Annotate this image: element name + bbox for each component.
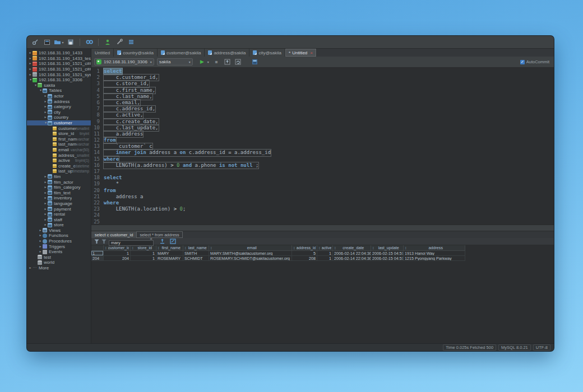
- tree-item[interactable]: active tinyint(1): [27, 158, 91, 164]
- tree-item[interactable]: Procedures: [27, 239, 91, 244]
- tree-item[interactable]: rental: [27, 212, 91, 217]
- grid-cell[interactable]: 2006-02-15 04:57:20: [371, 251, 404, 256]
- sort-icon[interactable]: ↕: [318, 246, 321, 250]
- tree-item[interactable]: actor: [27, 94, 91, 99]
- tree-item[interactable]: test: [27, 255, 91, 260]
- expand-arrow-icon[interactable]: [43, 180, 48, 185]
- grid-cell[interactable]: SMITH: [183, 251, 209, 256]
- tree-item[interactable]: email varchar(50): [27, 147, 91, 153]
- expand-arrow-icon[interactable]: [43, 222, 48, 227]
- grid-cell[interactable]: 1: [317, 251, 333, 256]
- editor-tab[interactable]: country@sakila: [114, 49, 158, 57]
- grid-cell[interactable]: 204: [104, 256, 131, 261]
- editor-tab[interactable]: * Untitled ×: [285, 49, 317, 57]
- edit-value-icon[interactable]: [170, 239, 176, 244]
- expand-arrow-icon[interactable]: [38, 228, 43, 233]
- tree-item[interactable]: store: [27, 222, 91, 228]
- tree-item[interactable]: first_name varchar: [27, 137, 91, 142]
- tree-item[interactable]: sakila: [27, 83, 91, 88]
- tree-item[interactable]: 192.168.31.190_3306: [27, 77, 91, 83]
- sort-icon[interactable]: ↕: [334, 246, 336, 250]
- grid-cell[interactable]: 2006-02-14 22:04:36: [333, 256, 371, 261]
- expand-arrow-icon[interactable]: [43, 217, 48, 222]
- expand-arrow-icon[interactable]: [28, 72, 33, 77]
- tree-item[interactable]: Events: [27, 249, 91, 255]
- expand-arrow-icon[interactable]: [28, 56, 33, 61]
- tree-item[interactable]: payment: [27, 206, 91, 212]
- grid-column-header[interactable]: ↕ first_name: [156, 245, 183, 251]
- user-manager-icon[interactable]: [103, 38, 113, 47]
- tree-item[interactable]: last_update timestamp: [27, 169, 91, 174]
- sort-icon[interactable]: ↕: [293, 246, 295, 250]
- expand-arrow-icon[interactable]: [43, 207, 48, 212]
- editor-tab[interactable]: Untitled: [91, 49, 114, 57]
- open-file-icon[interactable]: ▾: [54, 38, 64, 47]
- tree-item[interactable]: address: [27, 99, 91, 104]
- tree-item[interactable]: last_name varchar: [27, 142, 91, 147]
- grid-cell[interactable]: 1: [104, 251, 131, 256]
- grid-column-header[interactable]: ↕ address_id: [292, 245, 317, 251]
- tree-item[interactable]: city: [27, 110, 91, 115]
- properties-icon[interactable]: [126, 38, 136, 47]
- grid-column-header[interactable]: ↕ last_update: [371, 245, 404, 251]
- execute-query-button[interactable]: ▶: [200, 59, 204, 64]
- tree-item[interactable]: 192.168.31.190_1433: [27, 50, 91, 56]
- expand-arrow-icon[interactable]: [38, 239, 43, 244]
- expand-arrow-icon[interactable]: [43, 104, 48, 109]
- save-icon[interactable]: [66, 38, 76, 47]
- grid-column-header[interactable]: ↕ email: [209, 245, 292, 251]
- database-select[interactable]: sakila ▾: [157, 58, 193, 66]
- expand-arrow-icon[interactable]: [43, 212, 48, 217]
- tree-item[interactable]: Views: [27, 228, 91, 234]
- grid-cell[interactable]: ROSEMARY.SCHMIDT@sakilacustomer.org: [209, 256, 292, 261]
- tree-item[interactable]: language: [27, 201, 91, 207]
- grid-cell[interactable]: 208: [292, 256, 317, 261]
- grid-column-header[interactable]: ↕ address: [404, 245, 465, 251]
- search-icon[interactable]: [84, 38, 94, 47]
- row-header-cell[interactable]: 204: [91, 256, 104, 261]
- tree-item[interactable]: 192.168.31.190_1521_c##test1: [27, 61, 91, 67]
- export-results-icon[interactable]: [159, 239, 165, 244]
- checkbox-checked-icon[interactable]: ✓: [520, 60, 525, 64]
- editor-tab[interactable]: customer@sakila: [158, 49, 205, 57]
- expand-arrow-icon[interactable]: [43, 94, 48, 99]
- grid-cell[interactable]: 1: [317, 256, 333, 261]
- grid-cell[interactable]: 5: [292, 251, 317, 256]
- open-dropdown-caret-icon[interactable]: ▾: [62, 40, 63, 44]
- sort-icon[interactable]: ↕: [132, 246, 134, 250]
- expand-arrow-icon[interactable]: [38, 233, 43, 238]
- expand-arrow-icon[interactable]: [33, 83, 38, 87]
- expand-arrow-icon[interactable]: [38, 88, 43, 93]
- filter-funnel-icon[interactable]: [94, 239, 99, 244]
- grid-cell[interactable]: SCHMIDT: [183, 256, 209, 261]
- sort-icon[interactable]: ↕: [158, 246, 160, 250]
- sort-icon[interactable]: ↕: [405, 246, 407, 250]
- sql-editor[interactable]: 1 select 2 c.customer_id, 3 c.store_id, …: [91, 68, 554, 225]
- row-header-cell[interactable]: 1: [91, 251, 104, 256]
- expand-arrow-icon[interactable]: [28, 50, 33, 55]
- tree-item[interactable]: inventory: [27, 195, 91, 201]
- autocommit-toggle[interactable]: ✓ AutoCommit: [520, 59, 551, 64]
- grid-cell[interactable]: 1: [131, 251, 156, 256]
- tree-item[interactable]: world: [27, 260, 91, 265]
- expand-arrow-icon[interactable]: [43, 201, 48, 206]
- grid-cell[interactable]: 1913 Hanoi Way: [404, 251, 465, 256]
- expand-arrow-icon[interactable]: [43, 174, 48, 179]
- refresh-button[interactable]: [235, 59, 241, 65]
- expand-arrow-icon[interactable]: [43, 190, 48, 195]
- expand-arrow-icon[interactable]: [28, 78, 33, 82]
- close-icon[interactable]: ×: [310, 50, 313, 55]
- tree-item[interactable]: film: [27, 174, 91, 180]
- expand-arrow-icon[interactable]: [43, 110, 48, 115]
- editor-tab[interactable]: address@sakila: [205, 49, 249, 57]
- tree-item[interactable]: category: [27, 104, 91, 110]
- grid-cell[interactable]: ROSEMARY: [156, 256, 183, 261]
- expand-arrow-icon[interactable]: [28, 67, 33, 72]
- filter-input[interactable]: [109, 240, 154, 246]
- editor-results-splitter[interactable]: [91, 225, 554, 231]
- tree-item[interactable]: staff: [27, 217, 91, 222]
- tree-item[interactable]: film_text: [27, 190, 91, 195]
- grid-cell[interactable]: MARY.SMITH@sakilacustomer.org: [209, 251, 292, 256]
- expand-arrow-icon[interactable]: [28, 265, 33, 270]
- tree-item[interactable]: Tables: [27, 88, 91, 94]
